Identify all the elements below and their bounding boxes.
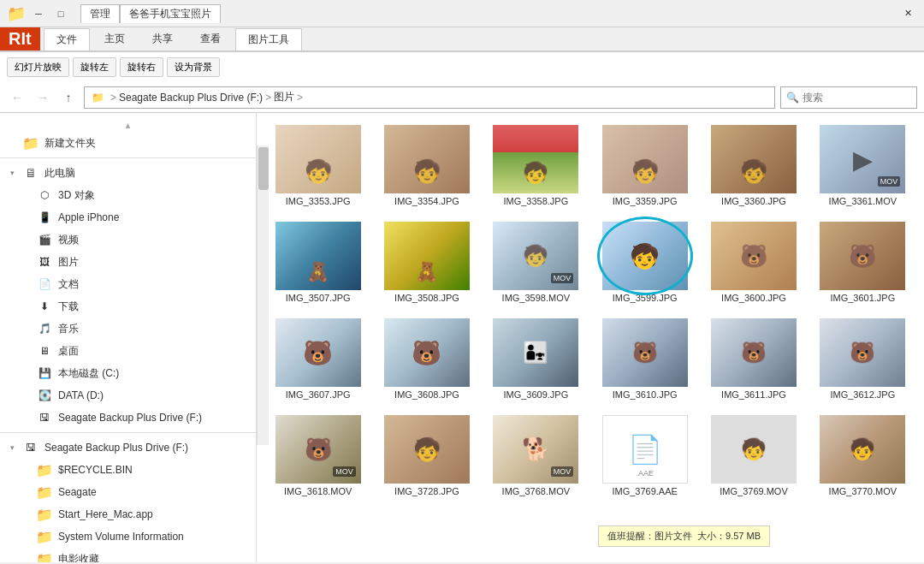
file-item-IMG_3354[interactable]: 🧒 IMG_3354.JPG [376,122,477,210]
tab-home[interactable]: 主页 [92,27,138,50]
sidebar-divider-1 [0,157,256,158]
ribbon-btn-2[interactable]: 旋转左 [73,57,116,77]
file-item-IMG_3361[interactable]: ▶ MOV IMG_3361.MOV [812,122,914,210]
file-item-IMG_3599[interactable]: 🧒 IMG_3599.JPG [594,218,696,306]
thumb-wrap-IMG_3601: 🐻 [820,222,905,290]
thumb-wrap-IMG_3354: 🧒 [384,125,470,193]
address-path[interactable]: 📁 > Seagate Backup Plus Drive (F:) > 图片 … [84,86,775,109]
sidebar-item-desktop[interactable]: 🖥 桌面 [0,340,256,362]
search-box[interactable]: 🔍 [780,86,917,109]
file-item-IMG_3618[interactable]: 🐻 MOV IMG_3618.MOV [267,412,369,500]
status-tooltip: 值班提醒：图片文件 大小：9.57 MB [598,525,770,547]
thumb-label-IMG_3618: IMG_3618.MOV [284,486,352,496]
ribbon-btn-4[interactable]: 设为背景 [167,57,220,77]
main-layout: ▲ 📁 新建文件夹 ▾ 🖥 此电脑 ⬡ 3D 对象 📱 Apple iPhone… [0,113,924,562]
sidebar-item-image[interactable]: 🖼 图片 [0,251,256,273]
file-item-IMG_3600[interactable]: 🐻 IMG_3600.JPG [702,218,804,306]
sidebar-label-seagate-root: Seagate Backup Plus Drive (F:) [44,442,188,454]
tab-picture-tools[interactable]: 图片工具 [235,28,302,50]
image-icon: 🖼 [36,253,53,270]
thumbnail-grid: 🧒 IMG_3353.JPG 🧒 IMG_3354.JPG 🧒 [267,122,914,500]
thumb-label-IMG_3599: IMG_3599.JPG [613,293,678,303]
sidebar-label-data-d: DATA (D:) [58,389,104,401]
file-item-IMG_3609[interactable]: 👨‍👧 IMG_3609.JPG [485,315,587,403]
thumb-label-IMG_3507: IMG_3507.JPG [286,293,351,303]
sidebar-item-3d[interactable]: ⬡ 3D 对象 [0,184,256,206]
title-bar: 📁 ─ □ 管理 爸爸手机宝宝照片 ✕ [0,0,924,27]
thumb-label-IMG_3611: IMG_3611.JPG [721,389,786,400]
file-item-IMG_3610[interactable]: 🐻 IMG_3610.JPG [594,315,696,403]
thumb-label-IMG_3508: IMG_3508.JPG [394,293,459,303]
sidebar-item-apple-iphone[interactable]: 📱 Apple iPhone [0,206,256,229]
sidebar-item-movie[interactable]: 📁 电影收藏 [0,548,256,562]
sidebar-item-new-folder[interactable]: 📁 新建文件夹 [0,132,256,154]
folder-icon-path: 📁 [92,92,104,104]
path-segment-2[interactable]: 图片 [274,90,294,104]
file-item-IMG_3353[interactable]: 🧒 IMG_3353.JPG [267,122,369,210]
tab-filename-title[interactable]: 爸爸手机宝宝照片 [120,4,221,23]
thumb-wrap-IMG_3359: 🧒 [602,125,688,193]
back-button[interactable]: ← [7,87,27,108]
cube-icon: ⬡ [36,187,53,204]
file-item-IMG_3768[interactable]: 🐕 MOV IMG_3768.MOV [485,412,587,500]
sidebar-item-this-pc[interactable]: ▾ 🖥 此电脑 [0,162,256,184]
sidebar-item-music[interactable]: 🎵 音乐 [0,318,256,340]
thumb-wrap-IMG_3598: 🧒 MOV [493,222,578,290]
file-item-IMG_3598[interactable]: 🧒 MOV IMG_3598.MOV [485,218,587,306]
sidebar-item-seagate-f[interactable]: 🖫 Seagate Backup Plus Drive (F:) [0,407,256,429]
file-item-IMG_3359[interactable]: 🧒 IMG_3359.JPG [594,122,696,210]
sidebar-label-music: 音乐 [58,322,79,336]
file-item-IMG_3601[interactable]: 🐻 IMG_3601.JPG [812,218,914,306]
file-item-IMG_3611[interactable]: 🐻 IMG_3611.JPG [702,315,804,403]
thumb-wrap-IMG_3612: 🐻 [820,318,905,387]
sidebar-item-local-c[interactable]: 💾 本地磁盘 (C:) [0,362,256,384]
folder-icon-new: 📁 [22,134,39,151]
thumb-wrap-IMG_3610: 🐻 [602,318,688,387]
tab-manage[interactable]: 管理 [80,4,120,23]
sidebar-item-video[interactable]: 🎬 视频 [0,229,256,251]
file-item-IMG_3358[interactable]: 🧒 IMG_3358.JPG [485,122,587,210]
sidebar-item-data-d[interactable]: 💽 DATA (D:) [0,384,256,407]
tab-file[interactable]: 文件 [44,28,90,50]
sidebar-item-doc[interactable]: 📄 文档 [0,273,256,295]
file-item-IMG_3769aae[interactable]: 📄 .AAE IMG_3769.AAE [594,412,696,500]
thumb-wrap-IMG_3609: 👨‍👧 [493,318,578,387]
drive-c-icon: 💾 [36,365,53,382]
thumb-wrap-IMG_3769aae: 📄 .AAE [602,415,688,484]
file-item-IMG_3360[interactable]: 🧒 IMG_3360.JPG [702,122,804,210]
thumb-label-IMG_3728: IMG_3728.JPG [394,486,459,496]
sidebar-item-seagate-root[interactable]: ▾ 🖫 Seagate Backup Plus Drive (F:) [0,436,256,459]
sidebar-label-movie: 电影收藏 [58,552,99,563]
maximize-button[interactable]: □ [51,4,70,23]
thumb-label-IMG_3768: IMG_3768.MOV [502,486,570,496]
thumb-label-IMG_3770: IMG_3770.MOV [829,486,897,496]
search-input[interactable] [803,92,911,104]
sidebar-item-recycle[interactable]: 📁 $RECYCLE.BIN [0,459,256,481]
ribbon-btn-1[interactable]: 幻灯片放映 [7,57,69,77]
file-item-IMG_3607[interactable]: 🐻 IMG_3607.JPG [267,315,369,403]
file-item-IMG_3769mov[interactable]: 🧒 IMG_3769.MOV [702,412,804,500]
file-item-IMG_3728[interactable]: 🧒 IMG_3728.JPG [376,412,477,500]
file-item-IMG_3770[interactable]: 🧒 IMG_3770.MOV [812,412,914,500]
file-item-IMG_3508[interactable]: 🧸 IMG_3508.JPG [376,218,477,306]
search-icon: 🔍 [786,92,799,104]
doc-icon: 📄 [36,276,53,293]
ribbon-tabs: 文件 主页 共享 查看 图片工具 [40,27,307,50]
file-item-IMG_3507[interactable]: 🧸 IMG_3507.JPG [267,218,369,306]
ribbon-btn-3[interactable]: 旋转右 [120,57,163,77]
tab-view[interactable]: 查看 [187,27,234,50]
file-item-IMG_3608[interactable]: 🐻 IMG_3608.JPG [376,315,477,403]
file-item-IMG_3612[interactable]: 🐻 IMG_3612.JPG [812,315,914,403]
path-segment-1[interactable]: Seagate Backup Plus Drive (F:) [119,92,263,104]
tab-share[interactable]: 共享 [139,27,186,50]
close-button[interactable]: ✕ [898,4,917,23]
sidebar-item-system-volume[interactable]: 📁 System Volume Information [0,525,256,548]
sidebar-label-seagate-folder: Seagate [58,486,97,498]
sidebar-item-startheredmac[interactable]: 📁 Start_Here_Mac.app [0,503,256,525]
minimize-button[interactable]: ─ [29,4,48,23]
sidebar-item-download[interactable]: ⬇ 下载 [0,295,256,318]
sidebar-label-this-pc: 此电脑 [44,166,75,181]
forward-button[interactable]: → [33,87,53,108]
up-button[interactable]: ↑ [58,87,79,108]
sidebar-item-seagate-folder[interactable]: 📁 Seagate [0,481,256,503]
